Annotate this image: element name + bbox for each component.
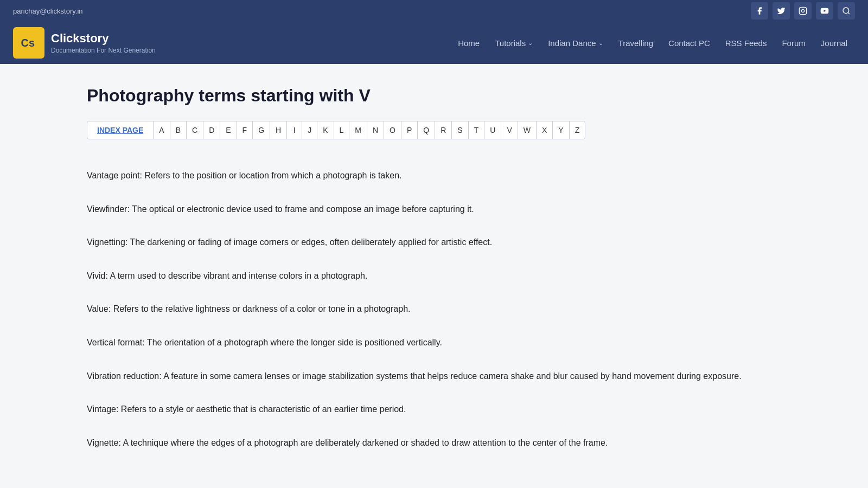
main-content: Photography terms starting with V INDEX … [54, 64, 814, 481]
alpha-D[interactable]: D [203, 121, 220, 139]
alpha-P[interactable]: P [401, 121, 418, 139]
index-page-link[interactable]: INDEX PAGE [87, 121, 154, 139]
term-item: Value: Refers to the relative lightness … [87, 292, 781, 326]
email-address: parichay@clickstory.in [13, 7, 83, 15]
alpha-F[interactable]: F [237, 121, 253, 139]
alpha-M[interactable]: M [349, 121, 367, 139]
nav-contact-pc[interactable]: Contact PC [661, 23, 718, 63]
alpha-B[interactable]: B [170, 121, 187, 139]
nav-travelling[interactable]: Travelling [611, 23, 661, 63]
alpha-G[interactable]: G [253, 121, 270, 139]
term-item: Vintage: Refers to a style or aesthetic … [87, 393, 781, 426]
alpha-U[interactable]: U [484, 121, 501, 139]
term-item: Viewfinder: The optical or electronic de… [87, 192, 781, 226]
term-item: Vantage point: Refers to the position or… [87, 159, 781, 192]
site-subtitle: Documentation For Next Generation [51, 47, 156, 54]
alpha-E[interactable]: E [220, 121, 237, 139]
main-navigation: Cs Clickstory Documentation For Next Gen… [0, 22, 868, 64]
instagram-icon[interactable] [794, 2, 812, 20]
terms-list: Vantage point: Refers to the position or… [87, 159, 781, 459]
alpha-W[interactable]: W [518, 121, 537, 139]
svg-text:Cs: Cs [21, 37, 35, 49]
alpha-O[interactable]: O [384, 121, 401, 139]
facebook-icon[interactable] [751, 2, 768, 20]
logo-text-group: Clickstory Documentation For Next Genera… [51, 31, 156, 54]
alpha-A[interactable]: A [154, 121, 170, 139]
social-icons-group [751, 2, 833, 20]
term-item: Vertical format: The orientation of a ph… [87, 326, 781, 359]
youtube-icon[interactable] [816, 2, 833, 20]
alpha-L[interactable]: L [334, 121, 350, 139]
alpha-J[interactable]: J [302, 121, 317, 139]
search-button[interactable] [838, 2, 855, 20]
svg-point-3 [843, 8, 849, 14]
term-item: Vivid: A term used to describe vibrant a… [87, 259, 781, 293]
alpha-Q[interactable]: Q [418, 121, 435, 139]
nav-indian-dance[interactable]: Indian Dance ⌄ [540, 23, 610, 63]
alpha-Z[interactable]: Z [570, 121, 585, 139]
alpha-N[interactable]: N [367, 121, 384, 139]
twitter-icon[interactable] [773, 2, 790, 20]
alpha-X[interactable]: X [537, 121, 553, 139]
alpha-H[interactable]: H [270, 121, 287, 139]
tutorials-chevron: ⌄ [528, 40, 533, 47]
term-item: Vibration reduction: A feature in some c… [87, 359, 781, 393]
term-item: Vignette: A technique where the edges of… [87, 426, 781, 460]
term-item: Vignetting: The darkening or fading of i… [87, 226, 781, 259]
svg-line-4 [848, 12, 850, 14]
logo-link[interactable]: Cs Clickstory Documentation For Next Gen… [13, 22, 156, 64]
site-title: Clickstory [51, 31, 156, 46]
alpha-V[interactable]: V [501, 121, 518, 139]
indian-dance-chevron: ⌄ [598, 40, 603, 47]
logo-icon: Cs [13, 27, 44, 59]
top-bar: parichay@clickstory.in [0, 0, 868, 22]
nav-rss-feeds[interactable]: RSS Feeds [718, 23, 775, 63]
nav-forum[interactable]: Forum [774, 23, 813, 63]
nav-home[interactable]: Home [450, 23, 487, 63]
page-title: Photography terms starting with V [87, 86, 781, 106]
alpha-Y[interactable]: Y [553, 121, 569, 139]
alpha-I[interactable]: I [287, 121, 302, 139]
svg-rect-0 [799, 7, 806, 14]
nav-tutorials[interactable]: Tutorials ⌄ [487, 23, 540, 63]
alpha-R[interactable]: R [435, 121, 452, 139]
nav-links-group: Home Tutorials ⌄ Indian Dance ⌄ Travelli… [450, 23, 855, 63]
alpha-S[interactable]: S [452, 121, 468, 139]
alpha-T[interactable]: T [469, 121, 485, 139]
alphabet-navigation: INDEX PAGE A B C D E F G H I J K L M N O… [87, 121, 585, 139]
nav-journal[interactable]: Journal [813, 23, 855, 63]
alpha-C[interactable]: C [187, 121, 203, 139]
alpha-K[interactable]: K [317, 121, 334, 139]
